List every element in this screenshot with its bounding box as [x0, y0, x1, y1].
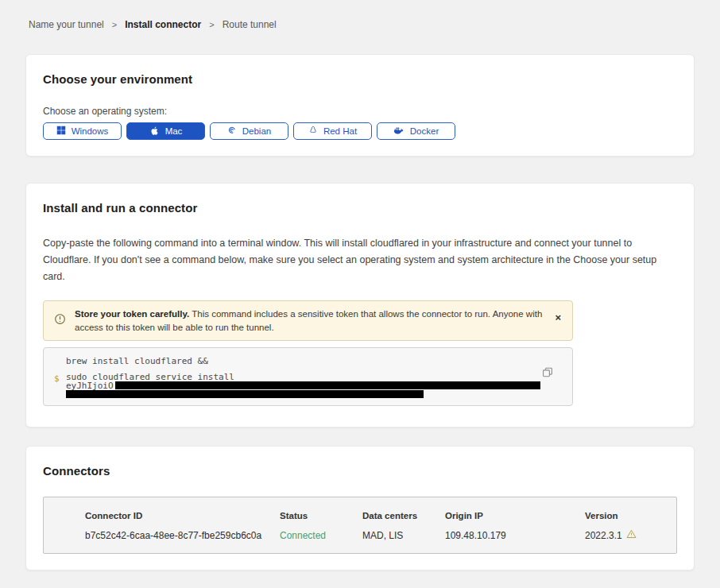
status-badge: Connected — [280, 530, 362, 541]
connectors-card: Connectors Connector ID Status Data cent… — [25, 446, 695, 571]
os-button-label: Windows — [72, 126, 109, 136]
apple-icon — [149, 126, 160, 137]
tunnel-setup-page: Name your tunnel > Install connector > R… — [0, 0, 720, 588]
os-button-label: Red Hat — [323, 126, 357, 136]
connectors-title: Connectors — [43, 464, 677, 478]
token-warning-text: Store your token carefully. This command… — [75, 308, 547, 334]
command-line-sudo: sudo cloudflared service install — [66, 373, 540, 381]
step-name-your-tunnel[interactable]: Name your tunnel — [29, 19, 104, 30]
windows-icon — [56, 126, 66, 137]
cell-connector-id: b7c52c42-6caa-48ee-8c77-fbe259cb6c0a — [85, 530, 280, 541]
connectors-table: Connector ID Status Data centers Origin … — [43, 497, 677, 554]
token-warning-banner: Store your token carefully. This command… — [43, 300, 573, 341]
install-connector-card: Install and run a connector Copy-paste t… — [25, 183, 695, 427]
command-line-sudo-group: sudo cloudflared service install eyJhIjo… — [66, 373, 540, 399]
redacted-token-bar — [115, 381, 540, 389]
step-route-tunnel[interactable]: Route tunnel — [223, 19, 277, 30]
os-button-docker[interactable]: Docker — [377, 122, 455, 140]
install-connector-title: Install and run a connector — [43, 201, 677, 215]
header-connector-id: Connector ID — [85, 511, 280, 520]
install-description: Copy-paste the following command into a … — [43, 235, 677, 285]
header-data-centers: Data centers — [362, 511, 445, 520]
table-row: b7c52c42-6caa-48ee-8c77-fbe259cb6c0a Con… — [85, 529, 668, 541]
os-button-label: Docker — [410, 126, 439, 136]
header-origin-ip: Origin IP — [445, 511, 585, 520]
breadcrumb-separator: > — [112, 20, 117, 29]
debian-icon — [227, 126, 237, 137]
cell-origin-ip: 109.48.10.179 — [445, 530, 585, 541]
choose-environment-card: Choose your environment Choose an operat… — [25, 54, 695, 157]
copy-icon[interactable] — [542, 367, 553, 381]
docker-icon — [393, 126, 405, 137]
version-warning-icon — [626, 529, 637, 541]
os-button-label: Debian — [242, 126, 271, 136]
redacted-token-bar — [66, 390, 424, 398]
choose-environment-title: Choose your environment — [43, 72, 677, 86]
shell-prompt: $ — [54, 373, 60, 384]
alert-circle-icon — [54, 313, 66, 328]
step-install-connector[interactable]: Install connector — [125, 19, 201, 30]
cell-version: 2022.3.1 — [585, 529, 668, 541]
breadcrumb-separator: > — [209, 20, 214, 29]
breadcrumb: Name your tunnel > Install connector > R… — [29, 0, 695, 30]
os-button-debian[interactable]: Debian — [210, 122, 288, 140]
install-command-block: brew install cloudflared && $ sudo cloud… — [43, 347, 573, 406]
command-line-brew: brew install cloudflared && — [66, 355, 540, 368]
os-button-windows[interactable]: Windows — [43, 122, 122, 140]
command-token-line-2 — [66, 390, 540, 399]
os-button-label: Mac — [165, 126, 183, 136]
close-icon[interactable]: × — [555, 312, 561, 323]
os-button-group: Windows Mac Debian — [43, 122, 677, 140]
table-header-row: Connector ID Status Data centers Origin … — [85, 511, 668, 520]
os-select-label: Choose an operating system: — [43, 106, 677, 117]
os-button-mac[interactable]: Mac — [126, 122, 205, 140]
token-warning-bold: Store your token carefully. — [75, 309, 189, 319]
redhat-icon — [308, 126, 318, 137]
header-status: Status — [280, 511, 362, 520]
header-version: Version — [585, 511, 668, 520]
cell-data-centers: MAD, LIS — [362, 530, 445, 541]
command-token-line: eyJhIjoiO — [66, 381, 540, 390]
os-button-redhat[interactable]: Red Hat — [293, 122, 372, 140]
